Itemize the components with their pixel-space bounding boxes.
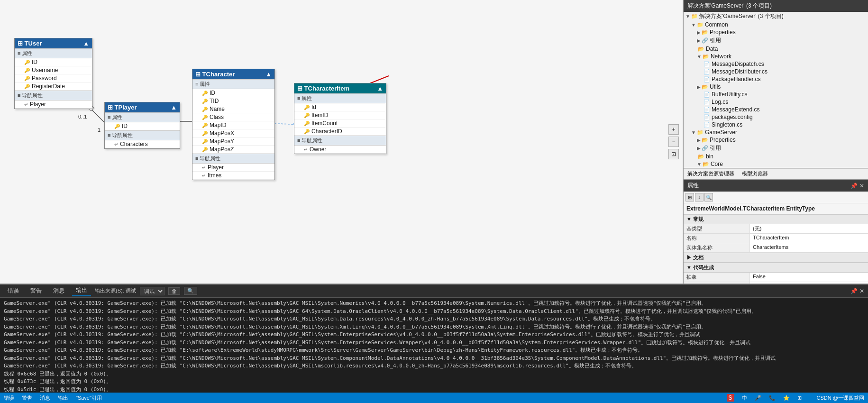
output-line: GameServer.exe" (CLR v4.0.30319: GameSer… — [4, 331, 864, 339]
status-right: S 中 🎤 📞 ⭐ ⊞ CSDN @一课四益网 — [727, 394, 864, 402]
bottom-close-icon[interactable]: ✕ — [859, 288, 864, 294]
tree-item-packages[interactable]: 📄 packages.config — [684, 113, 868, 121]
status-tab-errors[interactable]: 错误 — [4, 394, 14, 402]
tree-item-bin[interactable]: 📂 bin — [684, 153, 868, 160]
status-tab-messages[interactable]: 消息 — [40, 394, 50, 402]
tplayer-characters-nav: ↵Characters — [105, 140, 180, 148]
tree-item-log[interactable]: 📄 Log.cs — [684, 98, 868, 106]
tcharacter-collapse[interactable]: ▲ — [265, 71, 272, 78]
tuser-registerdate: 🔑RegisterDate — [15, 82, 92, 91]
tree-item-network[interactable]: ▼ 📂 Network — [684, 53, 868, 60]
tcharacter-name: 🔑Name — [192, 105, 274, 113]
tcharacter-player-nav: ↵Player — [192, 164, 274, 172]
tuser-collapse[interactable]: ▲ — [83, 40, 89, 47]
grid-icon[interactable]: ⊞ — [797, 395, 802, 401]
tuser-username: 🔑Username — [15, 66, 92, 74]
tcharacteritem-id: 🔑Id — [294, 103, 386, 111]
solution-explorer-header: 解决方案'GameServer' (3 个项目) — [684, 0, 868, 12]
tcharacter-header: ⊞ TCharacter ▲ — [192, 69, 274, 79]
tree-item-messagedispatch[interactable]: 📄 MessageDispatch.cs — [684, 60, 868, 68]
tree-item-messagedistributer[interactable]: 📄 MessageDistributer.cs — [684, 68, 868, 75]
tree-item-packagehandler[interactable]: 📄 PackageHandler.cs — [684, 75, 868, 83]
output-line: GameServer.exe" (CLR v4.0.30319: GameSer… — [4, 355, 864, 363]
prop-row-basetype: 基类型 (无) — [684, 224, 868, 234]
bottom-pin-icon[interactable]: 📌 — [850, 288, 858, 294]
clear-output-button[interactable]: 🗑 — [168, 287, 180, 295]
props-search[interactable]: 🔍 — [704, 193, 713, 202]
output-source-select[interactable]: 调试 — [140, 287, 164, 295]
properties-header: 属性 📌 ✕ — [684, 180, 868, 192]
tcharacter-attrs-section: ≡ 属性 — [192, 79, 274, 89]
tuser-player-nav: ↵Player — [15, 101, 92, 109]
tcharacteritem-attrs-section: ≡ 属性 — [294, 93, 386, 103]
tcharacter-itmes-nav: ↵Itmes — [192, 172, 274, 180]
tcharacteritem-collapse[interactable]: ▲ — [377, 85, 383, 92]
tab-model-browser[interactable]: 模型浏览器 — [738, 169, 772, 179]
output-line: GameServer.exe" (CLR v4.0.30319: GameSer… — [4, 315, 864, 323]
properties-toolbar: ⊞ ↕ 🔍 — [684, 192, 868, 203]
zoom-out-button[interactable]: − — [668, 137, 679, 147]
tcharacteritem-header: ⊞ TCharacterItem ▲ — [294, 83, 386, 93]
er-table-tcharacteritem[interactable]: ⊞ TCharacterItem ▲ ≡ 属性 🔑Id 🔑ItemID 🔑Ite… — [294, 83, 386, 154]
tcharacter-class: 🔑Class — [192, 113, 274, 121]
mic-icon[interactable]: 🎤 — [755, 395, 761, 401]
prop-entity-name: ExtremeWorldModel.TCharacterItem — [686, 205, 785, 212]
main-area: 0..1 1 1 1 ⊞ TUser — [0, 0, 868, 284]
status-tab-warnings[interactable]: 警告 — [22, 394, 32, 402]
status-tab-output[interactable]: 输出 — [58, 394, 68, 402]
props-sort-alpha[interactable]: ↕ — [695, 193, 704, 202]
zoom-in-button[interactable]: + — [668, 124, 679, 135]
tree-item-ref-gs[interactable]: ▶ 🔗 引用 — [684, 144, 868, 153]
tree-item-ref-common[interactable]: ▶ 🔗 引用 — [684, 36, 868, 45]
solution-explorer-title: 解决方案'GameServer' (3 个项目) — [687, 2, 772, 10]
props-sort-category[interactable]: ⊞ — [685, 193, 694, 202]
prop-row-entityset: 实体集名称 CharacterItems — [684, 243, 868, 253]
find-in-output-button[interactable]: 🔍 — [184, 287, 197, 295]
svg-text:1: 1 — [98, 127, 101, 133]
output-line: GameServer.exe" (CLR v4.0.30319: GameSer… — [4, 362, 864, 370]
star-icon[interactable]: ⭐ — [783, 395, 790, 401]
tplayer-collapse[interactable]: ▲ — [171, 104, 177, 111]
tree-item-gameserver[interactable]: ▼ 📁 GameServer — [684, 128, 868, 136]
tree-item-utils[interactable]: ▶ 📂 Utils — [684, 83, 868, 91]
tuser-header: ⊞ TUser ▲ — [15, 38, 92, 48]
phone-icon[interactable]: 📞 — [769, 395, 776, 401]
tcharacter-mapposx: 🔑MapPosX — [192, 129, 274, 137]
ime-ch[interactable]: 中 — [742, 394, 747, 402]
props-pin-icon[interactable]: 📌 — [850, 183, 858, 189]
er-table-tuser[interactable]: ⊞ TUser ▲ ≡ 属性 🔑ID 🔑Username 🔑Password 🔑… — [14, 38, 92, 109]
output-content[interactable]: GameServer.exe" (CLR v4.0.30319: GameSer… — [0, 298, 868, 393]
tab-messages[interactable]: 消息 — [49, 286, 68, 296]
tab-warnings[interactable]: 警告 — [27, 286, 46, 296]
props-close-icon[interactable]: ✕ — [859, 183, 864, 189]
tuser-id: 🔑ID — [15, 58, 92, 66]
tree-item-singleton[interactable]: 📄 Singleton.cs — [684, 121, 868, 128]
tree-item-bufferutility[interactable]: 📄 BufferUtility.cs — [684, 91, 868, 98]
tplayer-header: ⊞ TPlayer ▲ — [105, 102, 180, 112]
tcharacteritem-title: ⊞ TCharacterItem — [297, 85, 349, 92]
tab-solution-explorer[interactable]: 解决方案资源管理器 — [684, 169, 738, 179]
ime-icon[interactable]: S — [727, 394, 734, 402]
tree-item-common[interactable]: ▼ 📁 Common — [684, 21, 868, 28]
tree-item-properties-common[interactable]: ▶ 📂 Properties — [684, 28, 868, 36]
tcharacter-mapid: 🔑MapID — [192, 121, 274, 129]
bottom-toolbar: 错误 警告 消息 输出 输出来源(S): 调试 调试 🗑 🔍 📌 ✕ — [0, 284, 868, 298]
prop-entity-header: ExtremeWorldModel.TCharacterItem EntityT… — [684, 203, 868, 214]
diagram-area[interactable]: 0..1 1 1 1 ⊞ TUser — [0, 0, 683, 284]
tree-item-data[interactable]: 📂 Data — [684, 45, 868, 53]
tree-item-solution[interactable]: ▼ 📁 解决方案'GameServer' (3 个项目) — [684, 12, 868, 21]
tcharacteritem-itemid: 🔑ItemID — [294, 111, 386, 119]
zoom-fit-button[interactable]: ⊡ — [668, 149, 679, 159]
tree-item-messageextend[interactable]: 📄 MessageExtend.cs — [684, 106, 868, 113]
tree-item-core[interactable]: ▼ 📂 Core — [684, 160, 868, 168]
tab-errors[interactable]: 错误 — [4, 286, 23, 296]
er-table-tplayer[interactable]: ⊞ TPlayer ▲ ≡ 属性 🔑ID ≡ 导航属性 ↵Characters — [104, 102, 180, 149]
tplayer-attrs-section: ≡ 属性 — [105, 112, 180, 122]
output-line: GameServer.exe" (CLR v4.0.30319: GameSer… — [4, 300, 864, 308]
er-table-tcharacter[interactable]: ⊞ TCharacter ▲ ≡ 属性 🔑ID 🔑TID 🔑Name 🔑Clas… — [192, 69, 275, 180]
tcharacter-mapposy: 🔑MapPosY — [192, 137, 274, 146]
tree-item-properties-gs[interactable]: ▶ 📂 Properties — [684, 136, 868, 144]
tab-output[interactable]: 输出 — [72, 285, 91, 296]
tcharacter-id: 🔑ID — [192, 89, 274, 97]
tuser-title: ⊞ TUser — [18, 40, 42, 47]
